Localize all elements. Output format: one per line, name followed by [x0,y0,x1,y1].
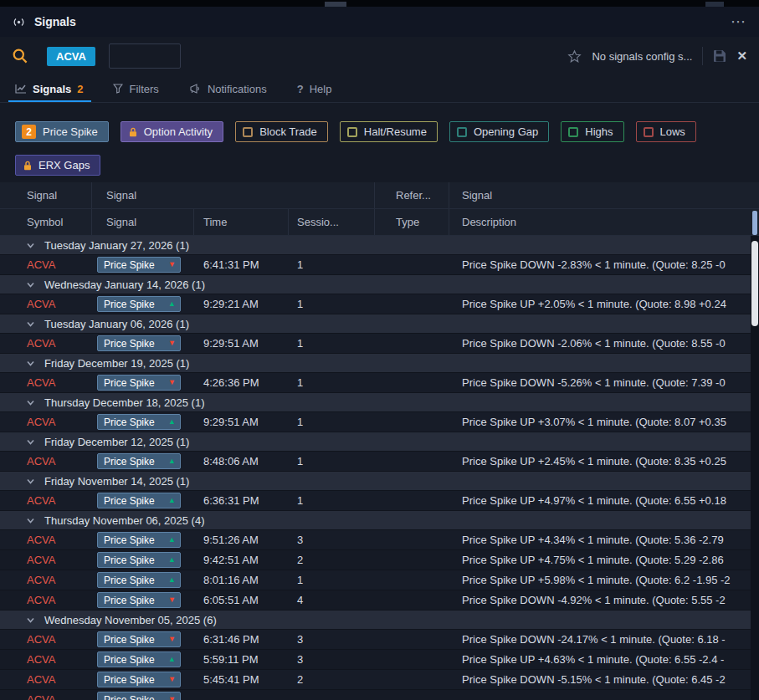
signal-cell: Price Spike▲ [92,493,194,508]
date-group-row[interactable]: Thursday November 06, 2025 (4) [0,511,751,530]
date-group-row[interactable]: Thursday December 18, 2025 (1) [0,393,751,412]
tab-help[interactable]: ? Help [297,75,332,102]
filter-chip-price-spike[interactable]: 2Price Spike [15,121,109,142]
symbol-cell: ACVA [0,337,92,350]
signal-row[interactable]: ACVAPrice Spike▲9:51:26 AM3Price Spike U… [0,530,751,550]
filter-chip-lows[interactable]: Lows [636,121,696,142]
filter-chip-halt-resume[interactable]: Halt/Resume [340,121,438,142]
signal-cell: Price Spike▲ [92,651,194,667]
filter-chip-block-trade[interactable]: Block Trade [235,121,328,142]
date-group-row[interactable]: Tuesday January 06, 2026 (1) [0,314,751,334]
signal-row[interactable]: ACVAPrice Spike▼5:45:41 PM2Price Spike D… [0,670,751,690]
symbol-cell: ACVA [0,376,92,389]
line-chart-icon [15,84,27,94]
signals-window: Signals ⋯ ACVA No signals config s... ✕ … [0,0,759,700]
chevron-down-icon [26,396,35,409]
tab-notifications[interactable]: Notifications [189,75,267,102]
signal-row[interactable]: ACVAPrice Spike▼ [0,690,751,700]
signal-row[interactable]: ACVAPrice Spike▼6:05:51 AM4Price Spike D… [0,590,751,611]
column-header-description[interactable]: Description [449,209,759,235]
description-cell: Price Spike UP +5.98% < 1 minute. (Quote… [449,574,751,586]
symbol-cell: ACVA [0,494,92,507]
description-cell: Price Spike UP +3.07% < 1 minute. (Quote… [449,416,751,428]
date-group-row[interactable]: Wednesday January 14, 2026 (1) [0,275,751,294]
group-date-label: Wednesday November 05, 2025 (6) [44,614,217,626]
column-header-time[interactable]: Time [194,209,289,235]
close-icon[interactable]: ✕ [736,49,747,64]
search-input[interactable] [109,43,181,69]
filter-chip-erx-gaps[interactable]: ERX Gaps [15,155,100,176]
filter-chip-opening-gap[interactable]: Opening Gap [449,121,549,142]
signal-row[interactable]: ACVAPrice Spike▲9:29:51 AM1Price Spike U… [0,412,751,432]
group-date-label: Thursday December 18, 2025 (1) [44,396,204,409]
tab-filters[interactable]: Filters [113,75,158,102]
signal-cell: Price Spike▲ [92,532,194,548]
session-cell: 3 [289,653,375,666]
down-arrow-icon: ▼ [168,379,176,386]
signal-row[interactable]: ACVAPrice Spike▼9:29:51 AM1Price Spike D… [0,334,751,354]
lock-icon [23,161,32,171]
signal-row[interactable]: ACVAPrice Spike▲9:29:21 AM1Price Spike U… [0,294,751,314]
signal-row[interactable]: ACVAPrice Spike▲8:01:16 AM1Price Spike U… [0,570,751,590]
filter-chip-highs[interactable]: Highs [561,121,623,142]
filter-chip-option-activity[interactable]: Option Activity [121,121,223,142]
symbol-query-chip[interactable]: ACVA [47,47,95,66]
chip-count-badge: 2 [22,125,36,139]
save-icon[interactable] [713,49,726,63]
chip-checkbox[interactable] [347,127,357,137]
column-header-signal[interactable]: Signal [92,209,194,235]
signal-row[interactable]: ACVAPrice Spike▼6:31:46 PM3Price Spike D… [0,630,751,650]
chevron-down-icon [26,475,35,488]
session-cell: 1 [289,258,375,271]
more-menu-button[interactable]: ⋯ [731,18,747,26]
signal-row[interactable]: ACVAPrice Spike▲6:36:31 PM1Price Spike U… [0,491,751,511]
scrollbar-thumb[interactable] [751,241,758,326]
symbol-cell: ACVA [0,574,92,586]
question-icon: ? [297,83,304,95]
signal-badge-label: Price Spike [104,299,155,310]
date-group-row[interactable]: Tuesday January 27, 2026 (1) [0,236,751,255]
signal-row[interactable]: ACVAPrice Spike▼4:26:36 PM1Price Spike D… [0,373,751,393]
date-group-row[interactable]: Friday December 12, 2025 (1) [0,432,751,452]
vertical-scrollbar[interactable] [751,236,759,700]
group-header-signal-1[interactable]: Signal [0,182,92,208]
column-header-symbol[interactable]: Symbol [0,209,92,235]
symbol-cell: ACVA [0,693,92,700]
group-header-signal-3[interactable]: Signal [449,182,759,208]
chip-checkbox[interactable] [243,127,253,137]
tab-bar: Signals 2 Filters Notifications ? Help [0,75,759,103]
signal-badge: Price Spike▲ [97,572,181,588]
signal-badge-label: Price Spike [104,456,155,468]
column-header-session[interactable]: Sessio... [289,209,375,235]
signal-badge: Price Spike▼ [97,631,181,647]
description-cell: Price Spike UP +2.45% < 1 minute. (Quote… [449,455,751,468]
signal-cell: Price Spike▼ [92,592,194,608]
chip-checkbox[interactable] [568,127,578,137]
description-cell: Price Spike DOWN -2.06% < 1 minute. (Quo… [449,337,751,350]
tab-filters-label: Filters [129,83,158,95]
date-group-row[interactable]: Friday November 14, 2025 (1) [0,472,751,491]
date-group-row[interactable]: Wednesday November 05, 2025 (6) [0,611,751,630]
signal-row[interactable]: ACVAPrice Spike▼6:41:31 PM1Price Spike D… [0,255,751,275]
tab-notifications-label: Notifications [208,83,267,95]
signal-row[interactable]: ACVAPrice Spike▲8:48:06 AM1Price Spike U… [0,452,751,472]
down-arrow-icon: ▼ [168,261,176,268]
group-header-signal-2[interactable]: Signal [92,182,375,208]
group-date-label: Tuesday January 06, 2026 (1) [44,318,189,330]
signal-cell: Price Spike▲ [92,552,194,568]
chip-checkbox[interactable] [644,127,654,137]
time-cell: 5:45:41 PM [194,673,289,686]
signal-badge: Price Spike▼ [97,592,181,608]
group-date-label: Friday December 12, 2025 (1) [44,436,189,448]
column-header-type[interactable]: Type [375,209,449,235]
chip-checkbox[interactable] [457,127,467,137]
signal-row[interactable]: ACVAPrice Spike▲9:42:51 AM2Price Spike U… [0,550,751,570]
tab-signals[interactable]: Signals 2 [15,75,83,102]
star-icon[interactable] [567,49,582,64]
description-cell: Price Spike DOWN -2.83% < 1 minute. (Quo… [449,258,751,271]
signal-row[interactable]: ACVAPrice Spike▲5:59:11 PM3Price Spike U… [0,650,751,670]
signal-badge: Price Spike▲ [97,296,181,312]
group-header-reference[interactable]: Refer... [375,182,449,208]
session-cell: 1 [289,337,375,350]
date-group-row[interactable]: Friday December 19, 2025 (1) [0,354,751,373]
